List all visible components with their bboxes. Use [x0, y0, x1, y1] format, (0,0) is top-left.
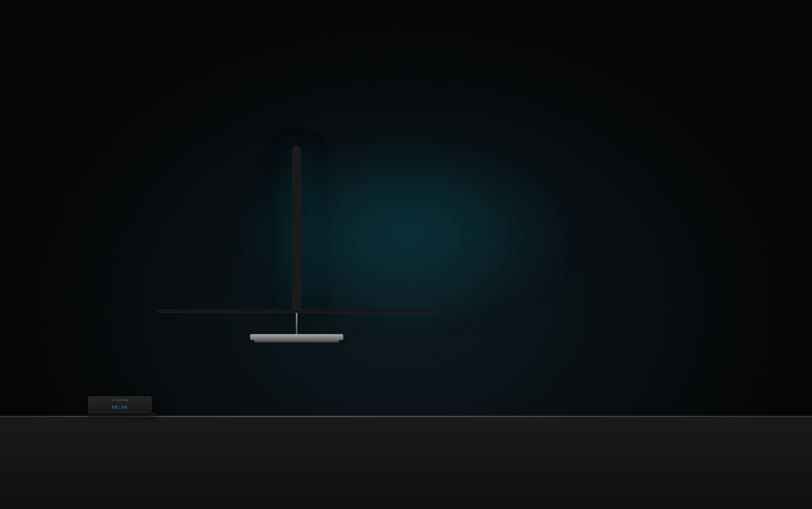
- stb-display: 88:88: [112, 405, 128, 409]
- set-top-box: GTX EXPLORE 88:88: [88, 396, 156, 416]
- table-surface: [0, 416, 812, 509]
- tv-stand-neck: [296, 313, 298, 334]
- tv-stand-base: [250, 334, 343, 340]
- tv-bottom-bar: [157, 310, 437, 313]
- stb-model-label: GTX EXPLORE: [111, 399, 129, 401]
- tv-assembly: gloriaforce®: [157, 146, 437, 340]
- table-edge: [0, 416, 812, 417]
- tv-stand-container: gloriaforce®: [157, 146, 437, 340]
- stb-body: GTX EXPLORE 88:88: [88, 396, 152, 412]
- tv-bezel: gloriaforce®: [293, 146, 300, 310]
- stb-base: [88, 412, 156, 416]
